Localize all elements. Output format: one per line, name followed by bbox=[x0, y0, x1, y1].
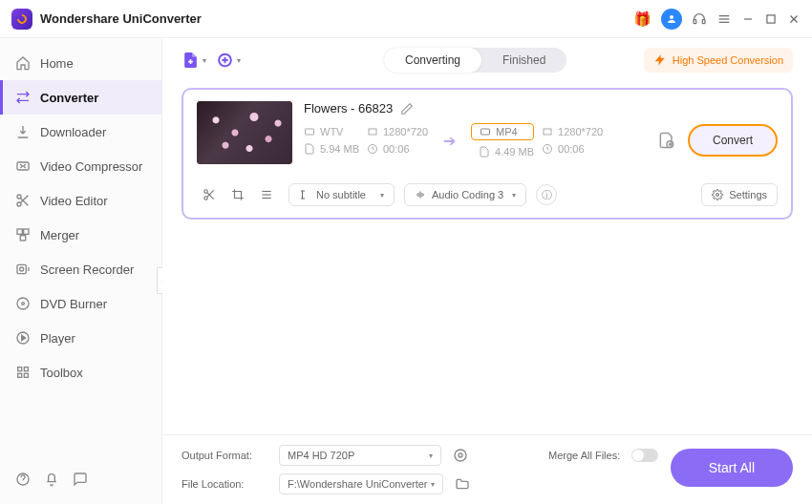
chevron-down-icon: ▾ bbox=[512, 191, 516, 200]
clock-icon bbox=[542, 143, 553, 155]
high-speed-indicator[interactable]: High Speed Conversion bbox=[644, 48, 793, 73]
chevron-down-icon: ▾ bbox=[429, 452, 433, 460]
tab-converting[interactable]: Converting bbox=[384, 48, 481, 73]
svg-point-44 bbox=[459, 453, 462, 457]
svg-rect-7 bbox=[767, 14, 775, 22]
edit-name-icon[interactable] bbox=[400, 102, 414, 116]
resolution-icon bbox=[542, 126, 553, 137]
svg-point-11 bbox=[17, 195, 21, 199]
svg-rect-1 bbox=[694, 19, 696, 23]
home-icon bbox=[15, 55, 31, 71]
svg-point-0 bbox=[670, 15, 673, 19]
chevron-down-icon: ▾ bbox=[431, 480, 435, 489]
svg-rect-16 bbox=[24, 229, 29, 234]
svg-point-20 bbox=[17, 298, 29, 309]
output-settings-button[interactable] bbox=[653, 127, 680, 154]
maximize-button[interactable] bbox=[764, 12, 778, 26]
file-list: Flowers - 66823 WTV 5.94 MB 1280*720 00:… bbox=[162, 82, 812, 434]
file-name: Flowers - 66823 bbox=[304, 101, 393, 116]
user-avatar-icon[interactable] bbox=[661, 9, 682, 30]
video-icon bbox=[480, 126, 491, 137]
svg-point-12 bbox=[17, 202, 21, 206]
sidebar-item-toolbox[interactable]: Toolbox bbox=[0, 355, 161, 389]
toolbar: ▾ ▾ Converting Finished High Speed Conve… bbox=[162, 38, 812, 82]
sidebar-item-editor[interactable]: Video Editor bbox=[0, 183, 161, 218]
format-settings-icon[interactable] bbox=[453, 448, 468, 463]
sidebar-item-label: Converter bbox=[40, 91, 98, 105]
trim-icon[interactable] bbox=[203, 188, 216, 201]
sidebar-item-label: Player bbox=[40, 331, 75, 346]
converter-icon bbox=[15, 90, 31, 105]
play-icon bbox=[15, 330, 31, 346]
main-panel: ▾ ▾ Converting Finished High Speed Conve… bbox=[162, 38, 812, 504]
sidebar-item-downloader[interactable]: Downloader bbox=[0, 115, 161, 149]
sidebar-item-merger[interactable]: Merger bbox=[0, 218, 161, 252]
add-url-button[interactable]: ▾ bbox=[216, 48, 241, 73]
merger-icon bbox=[15, 227, 31, 242]
menu-icon[interactable] bbox=[716, 11, 732, 27]
help-icon[interactable] bbox=[15, 472, 31, 487]
add-file-button[interactable]: ▾ bbox=[182, 48, 206, 73]
video-thumbnail[interactable] bbox=[197, 101, 292, 164]
feedback-icon[interactable] bbox=[73, 472, 88, 487]
compressor-icon bbox=[15, 158, 31, 174]
file-icon bbox=[479, 146, 490, 158]
open-folder-icon[interactable] bbox=[455, 476, 470, 492]
src-format: WTV bbox=[320, 126, 343, 137]
svg-rect-26 bbox=[24, 373, 28, 377]
svg-point-43 bbox=[716, 194, 719, 197]
sidebar-footer bbox=[0, 462, 161, 496]
sidebar-item-label: Merger bbox=[40, 228, 79, 242]
sidebar-item-label: Downloader bbox=[40, 125, 106, 139]
src-duration: 00:06 bbox=[383, 143, 410, 155]
sidebar-item-home[interactable]: Home bbox=[0, 46, 161, 80]
svg-point-45 bbox=[455, 450, 466, 461]
convert-button[interactable]: Convert bbox=[688, 124, 778, 157]
target-format-selector[interactable]: MP4 bbox=[471, 123, 534, 140]
sidebar-item-label: Video Compressor bbox=[40, 159, 142, 174]
dst-res: 1280*720 bbox=[558, 126, 603, 137]
settings-button[interactable]: Settings bbox=[701, 183, 778, 206]
info-button[interactable]: ⓘ bbox=[536, 184, 557, 205]
svg-rect-33 bbox=[544, 129, 551, 135]
app-title: Wondershare UniConverter bbox=[40, 11, 202, 26]
file-location-dropdown[interactable]: F:\Wondershare UniConverter ▾ bbox=[279, 473, 443, 494]
sidebar-item-dvd[interactable]: DVD Burner bbox=[0, 286, 161, 321]
subtitle-dropdown[interactable]: No subtitle ▾ bbox=[288, 183, 395, 206]
src-size: 5.94 MB bbox=[320, 143, 359, 155]
svg-rect-30 bbox=[369, 129, 376, 135]
dst-size: 4.49 MB bbox=[495, 146, 534, 158]
start-all-button[interactable]: Start All bbox=[671, 449, 793, 487]
sidebar-item-player[interactable]: Player bbox=[0, 321, 161, 355]
sidebar-item-label: Toolbox bbox=[40, 366, 83, 380]
minimize-button[interactable] bbox=[741, 12, 755, 26]
footer: Output Format: MP4 HD 720P ▾ Merge All F… bbox=[162, 434, 812, 504]
close-button[interactable] bbox=[787, 12, 801, 26]
svg-rect-24 bbox=[24, 368, 28, 371]
sidebar-item-recorder[interactable]: Screen Recorder bbox=[0, 252, 161, 286]
svg-point-36 bbox=[204, 190, 208, 194]
output-format-dropdown[interactable]: MP4 HD 720P ▾ bbox=[279, 445, 441, 466]
toolbox-icon bbox=[15, 365, 31, 380]
subtitle-icon bbox=[299, 189, 310, 200]
sidebar-item-converter[interactable]: Converter bbox=[0, 80, 161, 115]
tab-finished[interactable]: Finished bbox=[481, 48, 566, 73]
sidebar-item-label: Home bbox=[40, 56, 74, 71]
svg-rect-29 bbox=[306, 129, 314, 135]
sidebar: Home Converter Downloader Video Compress… bbox=[0, 38, 162, 504]
svg-point-37 bbox=[204, 197, 208, 200]
bell-icon[interactable] bbox=[44, 472, 59, 487]
sidebar-item-compressor[interactable]: Video Compressor bbox=[0, 149, 161, 183]
gift-icon[interactable]: 🎁 bbox=[633, 10, 652, 28]
headset-icon[interactable] bbox=[692, 11, 707, 27]
chevron-down-icon: ▾ bbox=[203, 56, 206, 65]
chevron-down-icon: ▾ bbox=[237, 56, 241, 65]
svg-rect-18 bbox=[17, 264, 26, 273]
clock-icon bbox=[367, 143, 378, 155]
app-logo bbox=[11, 9, 32, 30]
effects-icon[interactable] bbox=[260, 188, 273, 201]
merge-toggle[interactable] bbox=[631, 449, 658, 462]
crop-icon[interactable] bbox=[231, 188, 245, 201]
svg-rect-15 bbox=[17, 229, 22, 234]
audio-dropdown[interactable]: Audio Coding 3 ▾ bbox=[404, 183, 526, 206]
